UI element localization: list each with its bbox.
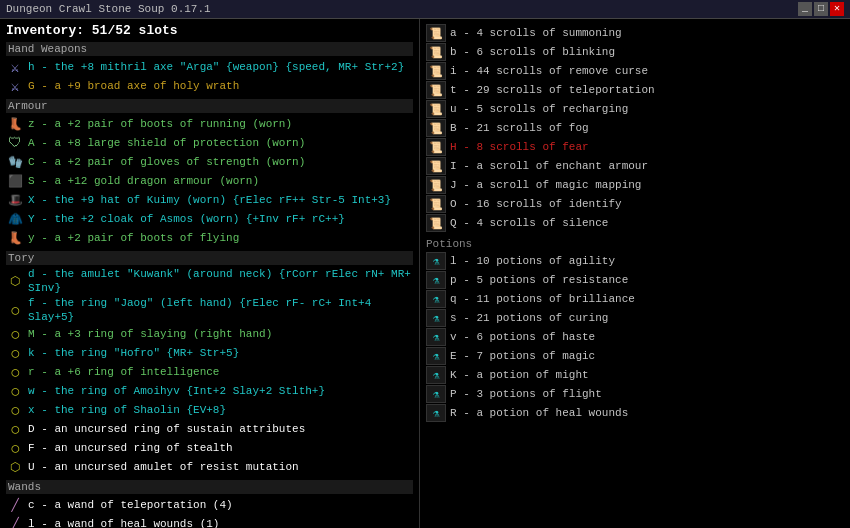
scroll-icon: 📜 xyxy=(426,24,446,42)
potion-icon: ⚗ xyxy=(426,271,446,289)
item-text: B - 21 scrolls of fog xyxy=(450,121,589,135)
ring-icon: ◯ xyxy=(6,401,24,419)
close-button[interactable]: ✕ xyxy=(830,2,844,16)
potion-icon: ⚗ xyxy=(426,385,446,403)
section-hand-weapons: Hand Weapons xyxy=(6,42,413,56)
left-inventory-panel: Inventory: 51/52 slots Hand Weapons ⚔ h … xyxy=(0,19,420,528)
item-text: i - 44 scrolls of remove curse xyxy=(450,64,648,78)
list-item[interactable]: ⬛ S - a +12 gold dragon armour (worn) xyxy=(6,172,413,190)
list-item[interactable]: 👢 y - a +2 pair of boots of flying xyxy=(6,229,413,247)
list-item[interactable]: 📜 u - 5 scrolls of recharging xyxy=(426,100,844,118)
potion-icon: ⚗ xyxy=(426,366,446,384)
ring-icon: ◯ xyxy=(6,363,24,381)
weapon-icon: ⚔ xyxy=(6,77,24,95)
list-item[interactable]: ◯ M - a +3 ring of slaying (right hand) xyxy=(6,325,413,343)
list-item[interactable]: ◯ F - an uncursed ring of stealth xyxy=(6,439,413,457)
list-item[interactable]: 📜 O - 16 scrolls of identify xyxy=(426,195,844,213)
list-item[interactable]: 📜 B - 21 scrolls of fog xyxy=(426,119,844,137)
list-item[interactable]: 🎩 X - the +9 hat of Kuimy (worn) {rElec … xyxy=(6,191,413,209)
minimize-button[interactable]: _ xyxy=(798,2,812,16)
item-text: G - a +9 broad axe of holy wrath xyxy=(28,79,239,93)
title-bar-controls: _ □ ✕ xyxy=(798,2,844,16)
main-content: Inventory: 51/52 slots Hand Weapons ⚔ h … xyxy=(0,19,850,528)
list-item[interactable]: ⚗ K - a potion of might xyxy=(426,366,844,384)
list-item[interactable]: 🛡 A - a +8 large shield of protection (w… xyxy=(6,134,413,152)
item-text: M - a +3 ring of slaying (right hand) xyxy=(28,327,272,341)
list-item[interactable]: 📜 i - 44 scrolls of remove curse xyxy=(426,62,844,80)
item-text: I - a scroll of enchant armour xyxy=(450,159,648,173)
ring-icon: ◯ xyxy=(6,325,24,343)
item-text: h - the +8 mithril axe "Arga" {weapon} {… xyxy=(28,60,404,74)
scroll-icon: 📜 xyxy=(426,100,446,118)
list-item[interactable]: ⬡ U - an uncursed amulet of resist mutat… xyxy=(6,458,413,476)
maximize-button[interactable]: □ xyxy=(814,2,828,16)
list-item[interactable]: ╱ l - a wand of heal wounds (1) xyxy=(6,515,413,528)
item-text: f - the ring "Jaog" (left hand) {rElec r… xyxy=(28,296,413,324)
list-item[interactable]: ◯ D - an uncursed ring of sustain attrib… xyxy=(6,420,413,438)
list-item[interactable]: ⚔ G - a +9 broad axe of holy wrath xyxy=(6,77,413,95)
list-item[interactable]: ◯ x - the ring of Shaolin {EV+8} xyxy=(6,401,413,419)
amulet-icon: ⬡ xyxy=(6,272,24,290)
glove-icon: 🧤 xyxy=(6,153,24,171)
item-text: A - a +8 large shield of protection (wor… xyxy=(28,136,305,150)
scroll-icon: 📜 xyxy=(426,43,446,61)
scroll-icon: 📜 xyxy=(426,176,446,194)
list-item[interactable]: 🧤 C - a +2 pair of gloves of strength (w… xyxy=(6,153,413,171)
item-text: p - 5 potions of resistance xyxy=(450,273,628,287)
section-tory: Tory xyxy=(6,251,413,265)
ring-icon: ◯ xyxy=(6,344,24,362)
item-text: E - 7 potions of magic xyxy=(450,349,595,363)
item-text: w - the ring of Amoihyv {Int+2 Slay+2 St… xyxy=(28,384,325,398)
cloak-icon: 🧥 xyxy=(6,210,24,228)
list-item[interactable]: 📜 J - a scroll of magic mapping xyxy=(426,176,844,194)
list-item[interactable]: 📜 a - 4 scrolls of summoning xyxy=(426,24,844,42)
scroll-icon: 📜 xyxy=(426,62,446,80)
scroll-icon: 📜 xyxy=(426,81,446,99)
scroll-icon: 📜 xyxy=(426,138,446,156)
inventory-title: Inventory: 51/52 slots xyxy=(6,23,413,38)
list-item[interactable]: 📜 Q - 4 scrolls of silence xyxy=(426,214,844,232)
scroll-icon: 📜 xyxy=(426,119,446,137)
item-text: K - a potion of might xyxy=(450,368,589,382)
amulet-icon: ⬡ xyxy=(6,458,24,476)
scroll-icon: 📜 xyxy=(426,195,446,213)
list-item[interactable]: ⚗ E - 7 potions of magic xyxy=(426,347,844,365)
item-text: D - an uncursed ring of sustain attribut… xyxy=(28,422,305,436)
ring-icon: ◯ xyxy=(6,439,24,457)
ring-icon: ◯ xyxy=(6,420,24,438)
item-text: k - the ring "Hofro" {MR+ Str+5} xyxy=(28,346,239,360)
list-item[interactable]: ◯ k - the ring "Hofro" {MR+ Str+5} xyxy=(6,344,413,362)
list-item[interactable]: ⚗ l - 10 potions of agility xyxy=(426,252,844,270)
list-item[interactable]: ⚔ h - the +8 mithril axe "Arga" {weapon}… xyxy=(6,58,413,76)
list-item[interactable]: ⚗ q - 11 potions of brilliance xyxy=(426,290,844,308)
list-item[interactable]: 👢 z - a +2 pair of boots of running (wor… xyxy=(6,115,413,133)
hat-icon: 🎩 xyxy=(6,191,24,209)
scroll-icon: 📜 xyxy=(426,214,446,232)
list-item[interactable]: ⚗ p - 5 potions of resistance xyxy=(426,271,844,289)
list-item[interactable]: 📜 b - 6 scrolls of blinking xyxy=(426,43,844,61)
list-item[interactable]: ⬡ d - the amulet "Kuwank" (around neck) … xyxy=(6,267,413,295)
item-text: C - a +2 pair of gloves of strength (wor… xyxy=(28,155,305,169)
wand-icon: ╱ xyxy=(6,515,24,528)
list-item[interactable]: 📜 I - a scroll of enchant armour xyxy=(426,157,844,175)
list-item[interactable]: ⚗ s - 21 potions of curing xyxy=(426,309,844,327)
section-wands: Wands xyxy=(6,480,413,494)
item-text: F - an uncursed ring of stealth xyxy=(28,441,233,455)
list-item[interactable]: 📜 H - 8 scrolls of fear xyxy=(426,138,844,156)
list-item[interactable]: ⚗ v - 6 potions of haste xyxy=(426,328,844,346)
item-text: x - the ring of Shaolin {EV+8} xyxy=(28,403,226,417)
potion-icon: ⚗ xyxy=(426,252,446,270)
list-item[interactable]: ◯ r - a +6 ring of intelligence xyxy=(6,363,413,381)
potion-icon: ⚗ xyxy=(426,328,446,346)
list-item[interactable]: ╱ c - a wand of teleportation (4) xyxy=(6,496,413,514)
item-text: l - a wand of heal wounds (1) xyxy=(28,517,219,528)
list-item[interactable]: 🧥 Y - the +2 cloak of Asmos (worn) {+Inv… xyxy=(6,210,413,228)
list-item[interactable]: 📜 t - 29 scrolls of teleportation xyxy=(426,81,844,99)
list-item[interactable]: ◯ f - the ring "Jaog" (left hand) {rElec… xyxy=(6,296,413,324)
list-item[interactable]: ◯ w - the ring of Amoihyv {Int+2 Slay+2 … xyxy=(6,382,413,400)
list-item[interactable]: ⚗ R - a potion of heal wounds xyxy=(426,404,844,422)
list-item[interactable]: ⚗ P - 3 potions of flight xyxy=(426,385,844,403)
item-text: O - 16 scrolls of identify xyxy=(450,197,622,211)
item-text: v - 6 potions of haste xyxy=(450,330,595,344)
boot2-icon: 👢 xyxy=(6,229,24,247)
